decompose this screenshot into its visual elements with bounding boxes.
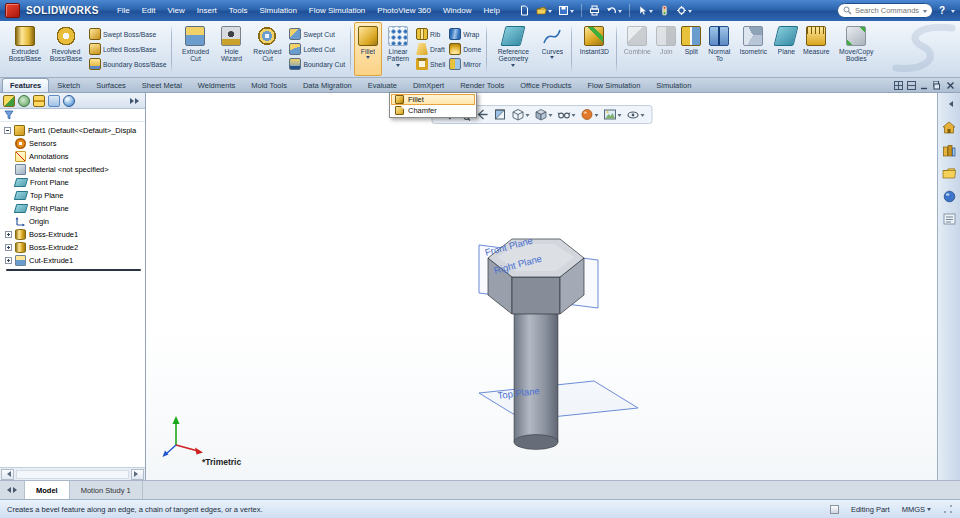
menu-item-chamfer[interactable]: Chamfer <box>391 105 475 116</box>
lofted-cut-button[interactable]: Lofted Cut <box>287 42 347 56</box>
menu-file[interactable]: File <box>111 3 136 18</box>
close-icon[interactable] <box>946 81 955 90</box>
extruded-boss-base-button[interactable]: Extruded Boss/Base <box>5 22 45 76</box>
doc-tab-next-button[interactable] <box>13 486 20 495</box>
hide-show-items-button[interactable] <box>557 108 575 121</box>
tab-office-products[interactable]: Office Products <box>512 78 579 92</box>
view-settings-button[interactable] <box>626 108 644 121</box>
new-document-button[interactable] <box>518 4 531 17</box>
tree-item-annotations[interactable]: Annotations <box>0 150 145 163</box>
tree-item-front-plane[interactable]: Front Plane <box>0 176 145 189</box>
dimxpertmanager-icon[interactable] <box>48 95 60 107</box>
section-view-button[interactable] <box>493 108 506 121</box>
solidworks-resources-button[interactable] <box>941 119 958 135</box>
caret-down-icon[interactable] <box>550 56 554 61</box>
menu-view[interactable]: View <box>162 3 191 18</box>
graphics-viewport[interactable]: Front Plane Right Plane Top Plane <box>146 93 937 480</box>
tree-item-cut-extrude1[interactable]: Cut-Extrude1 <box>0 254 145 267</box>
panel-overflow-chevron-icon[interactable] <box>130 98 142 104</box>
motion-study-tab[interactable]: Motion Study 1 <box>70 481 143 499</box>
top-plane-wireframe[interactable] <box>479 381 638 420</box>
edit-appearance-button[interactable] <box>580 108 598 121</box>
tab-weldments[interactable]: Weldments <box>190 78 243 92</box>
shell-button[interactable]: Shell <box>414 57 447 71</box>
menu-simulation[interactable]: Simulation <box>253 3 302 18</box>
scrollbar-track[interactable] <box>16 470 129 479</box>
save-button[interactable] <box>557 4 575 17</box>
combine-button[interactable]: Combine <box>620 22 654 76</box>
tree-item-right-plane[interactable]: Right Plane <box>0 202 145 215</box>
doc-tab-prev-button[interactable] <box>4 486 11 495</box>
task-pane-collapse-button[interactable] <box>941 96 958 112</box>
tab-surfaces[interactable]: Surfaces <box>88 78 134 92</box>
search-commands-box[interactable] <box>837 3 933 18</box>
normal-to-button[interactable]: Normal To <box>704 22 734 76</box>
hex-face-center[interactable] <box>512 277 560 314</box>
propertymanager-icon[interactable] <box>18 95 30 107</box>
curves-button[interactable]: Curves <box>536 22 568 76</box>
tree-item-sensors[interactable]: Sensors <box>0 137 145 150</box>
collapse-box-icon[interactable] <box>4 127 11 134</box>
design-library-button[interactable] <box>941 142 958 158</box>
swept-boss-base-button[interactable]: Swept Boss/Base <box>87 27 168 41</box>
extruded-cut-button[interactable]: Extruded Cut <box>175 22 215 76</box>
print-button[interactable] <box>588 4 601 17</box>
menu-edit[interactable]: Edit <box>136 3 162 18</box>
reference-geometry-button[interactable]: Reference Geometry <box>490 22 536 76</box>
isometric-button[interactable]: Isometric <box>734 22 772 76</box>
custom-properties-button[interactable] <box>941 211 958 227</box>
tab-sketch[interactable]: Sketch <box>49 78 88 92</box>
filter-funnel-icon[interactable] <box>4 110 14 120</box>
swept-cut-button[interactable]: Swept Cut <box>287 27 347 41</box>
fillet-button[interactable]: Fillet <box>354 22 382 76</box>
tab-evaluate[interactable]: Evaluate <box>360 78 405 92</box>
file-explorer-button[interactable] <box>941 165 958 181</box>
boundary-cut-button[interactable]: Boundary Cut <box>287 57 347 71</box>
menu-window[interactable]: Window <box>437 3 477 18</box>
instant3d-button[interactable]: Instant3D <box>575 22 613 76</box>
tree-item-material[interactable]: Material <not specified> <box>0 163 145 176</box>
menu-photoview-360[interactable]: PhotoView 360 <box>371 3 437 18</box>
split-view-icon[interactable] <box>907 81 916 90</box>
expand-box-icon[interactable] <box>5 244 12 251</box>
wrap-button[interactable]: Wrap <box>447 27 483 41</box>
scroll-left-button[interactable] <box>1 469 14 480</box>
tree-item-origin[interactable]: Origin <box>0 215 145 228</box>
menu-insert[interactable]: Insert <box>191 3 223 18</box>
apply-scene-button[interactable] <box>603 108 621 121</box>
tree-item-boss-extrude2[interactable]: Boss-Extrude2 <box>0 241 145 254</box>
boundary-boss-base-button[interactable]: Boundary Boss/Base <box>87 57 168 71</box>
measure-button[interactable]: Measure <box>800 22 832 76</box>
search-input[interactable] <box>855 6 920 15</box>
tab-features[interactable]: Features <box>2 78 49 92</box>
tree-item-boss-extrude1[interactable]: Boss-Extrude1 <box>0 228 145 241</box>
tree-item-top-plane[interactable]: Top Plane <box>0 189 145 202</box>
bolt-bottom-face[interactable] <box>514 435 558 450</box>
tab-sheet-metal[interactable]: Sheet Metal <box>134 78 190 92</box>
tab-render-tools[interactable]: Render Tools <box>452 78 512 92</box>
menu-flow-simulation[interactable]: Flow Simulation <box>303 3 371 18</box>
menu-help[interactable]: Help <box>477 3 505 18</box>
featuremanager-tree-icon[interactable] <box>3 95 15 107</box>
minimize-icon[interactable] <box>920 81 929 90</box>
expand-box-icon[interactable] <box>5 257 12 264</box>
hole-wizard-button[interactable]: Hole Wizard <box>215 22 247 76</box>
join-button[interactable]: Join <box>654 22 678 76</box>
displaymanager-icon[interactable] <box>63 95 75 107</box>
tab-mold-tools[interactable]: Mold Tools <box>243 78 295 92</box>
split-button[interactable]: Split <box>678 22 704 76</box>
bolt-shank[interactable] <box>514 308 558 442</box>
appearances-scenes-button[interactable] <box>941 188 958 204</box>
options-button[interactable] <box>675 4 693 17</box>
select-button[interactable] <box>636 4 654 17</box>
caret-down-icon[interactable] <box>366 56 370 61</box>
scroll-right-button[interactable] <box>131 469 144 480</box>
resize-grip[interactable] <box>943 504 953 514</box>
move-copy-bodies-button[interactable]: Move/Copy Bodies <box>832 22 880 76</box>
display-style-button[interactable] <box>534 108 552 121</box>
menu-tools[interactable]: Tools <box>223 3 254 18</box>
restore-icon[interactable] <box>933 81 942 90</box>
tab-simulation[interactable]: Simulation <box>648 78 699 92</box>
rollback-bar[interactable] <box>6 269 141 271</box>
rib-button[interactable]: Rib <box>414 27 447 41</box>
